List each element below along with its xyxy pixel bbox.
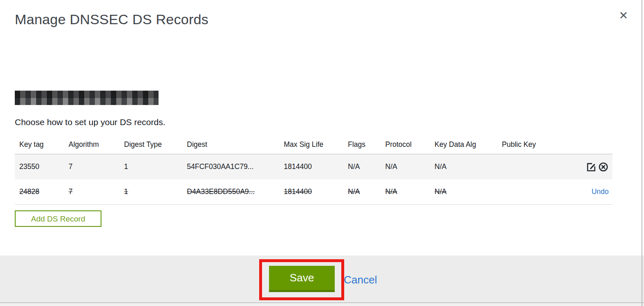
cell-digest: D4A33E8DD550A9... [187,187,284,196]
table-row: 23550 7 1 54FCF030AA1C79... 1814400 N/A … [15,154,612,179]
row-actions: Undo [571,187,612,196]
cell-algorithm: 7 [69,162,124,171]
cell-digest-type: 1 [124,162,187,171]
cell-flags: N/A [348,162,385,171]
cell-key-tag: 24828 [19,187,69,196]
redacted-domain-name [15,91,159,105]
header-max-sig-life: Max Sig Life [284,140,348,149]
table-header-row: Key tag Algorithm Digest Type Digest Max… [15,135,612,154]
header-digest: Digest [187,140,284,149]
cell-algorithm: 7 [69,187,124,196]
cell-digest: 54FCF030AA1C79... [187,162,284,171]
header-key-tag: Key tag [19,140,69,149]
cell-max-sig-life: 1814400 [284,162,348,171]
subtitle-text: Choose how to set up your DS records. [15,117,166,127]
cell-protocol: N/A [385,187,435,196]
cell-max-sig-life: 1814400 [284,187,348,196]
cell-key-data-alg: N/A [435,187,502,196]
save-button[interactable]: Save [269,266,335,292]
edit-icon[interactable] [586,162,597,172]
header-flags: Flags [348,140,385,149]
remove-icon[interactable] [598,162,609,172]
page-title: Manage DNSSEC DS Records [15,11,209,27]
cell-key-data-alg: N/A [435,162,502,171]
header-public-key: Public Key [502,140,571,149]
header-key-data-alg: Key Data Alg [435,140,502,149]
header-algorithm: Algorithm [69,140,124,149]
cell-digest-type: 1 [124,187,187,196]
header-digest-type: Digest Type [124,140,187,149]
close-icon[interactable]: ✕ [616,8,631,23]
undo-link[interactable]: Undo [591,187,609,196]
footer-under-strip [0,303,644,306]
table-row-deleted: 24828 7 1 D4A33E8DD550A9... 1814400 N/A … [15,179,612,205]
cancel-link[interactable]: Cancel [344,274,377,286]
cell-protocol: N/A [385,162,435,171]
modal-right-border [642,0,642,306]
manage-dnssec-dialog: Manage DNSSEC DS Records ✕ Choose how to… [0,0,644,306]
cell-flags: N/A [348,187,385,196]
row-actions [571,162,612,172]
cell-key-tag: 23550 [19,162,69,171]
header-protocol: Protocol [385,140,435,149]
ds-records-table: Key tag Algorithm Digest Type Digest Max… [15,135,612,205]
add-ds-record-button[interactable]: Add DS Record [15,210,101,227]
